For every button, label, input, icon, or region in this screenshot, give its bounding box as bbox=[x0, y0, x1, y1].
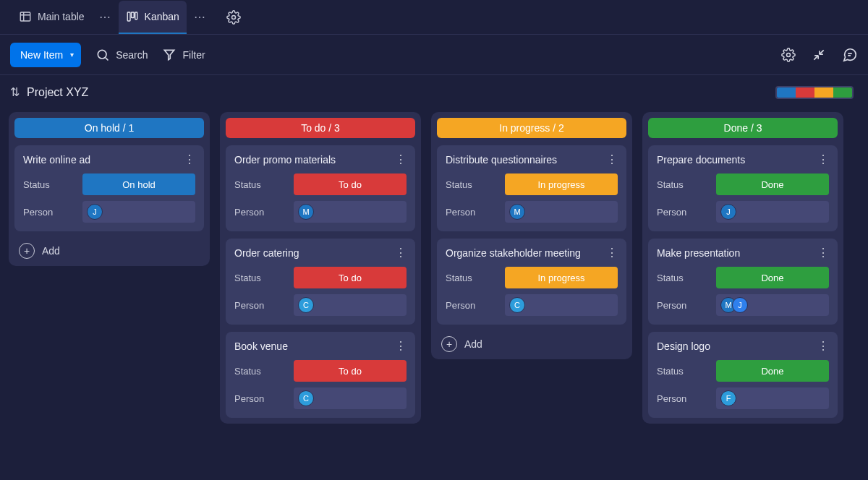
person-label: Person bbox=[446, 207, 498, 218]
person-label: Person bbox=[234, 207, 286, 218]
card-menu-button[interactable]: ⋮ bbox=[395, 153, 407, 166]
kanban-card[interactable]: Organize stakeholder meeting⋮StatusIn pr… bbox=[437, 239, 626, 325]
kanban-card[interactable]: Prepare documents⋮StatusDonePersonJ bbox=[648, 145, 838, 231]
tab-main-table-menu[interactable]: ⋯ bbox=[95, 10, 116, 24]
status-value[interactable]: To do bbox=[294, 360, 407, 382]
tab-kanban[interactable]: Kanban bbox=[119, 1, 187, 34]
search-button[interactable]: Search bbox=[95, 48, 148, 62]
search-icon bbox=[95, 48, 110, 62]
column-header[interactable]: To do / 3 bbox=[226, 118, 415, 138]
card-menu-button[interactable]: ⋮ bbox=[817, 153, 829, 166]
kanban-card[interactable]: Make presentation⋮StatusDonePersonMJ bbox=[648, 239, 838, 325]
card-menu-button[interactable]: ⋮ bbox=[184, 153, 195, 166]
person-value[interactable]: C bbox=[294, 294, 407, 316]
add-card-button[interactable]: +Add bbox=[437, 332, 626, 353]
person-value[interactable]: M bbox=[294, 201, 407, 223]
person-value[interactable]: F bbox=[716, 387, 829, 409]
filter-button[interactable]: Filter bbox=[162, 48, 205, 62]
kanban-column[interactable]: To do / 3Order promo materials⋮StatusTo … bbox=[220, 112, 421, 424]
avatar[interactable]: C bbox=[298, 297, 314, 313]
status-label: Status bbox=[657, 366, 709, 377]
avatar[interactable]: C bbox=[509, 297, 525, 313]
group-header: ⇅ Project XYZ bbox=[0, 75, 868, 106]
avatar[interactable]: J bbox=[732, 297, 748, 313]
drag-handle-icon[interactable]: ⇅ bbox=[10, 85, 20, 99]
card-title[interactable]: Write online ad bbox=[23, 154, 90, 166]
views-settings-button[interactable] bbox=[226, 10, 241, 25]
column-header[interactable]: On hold / 1 bbox=[14, 118, 204, 138]
collapse-button[interactable] bbox=[812, 48, 826, 62]
card-menu-button[interactable]: ⋮ bbox=[395, 339, 407, 353]
tab-label: Main table bbox=[38, 11, 85, 22]
avatar[interactable]: J bbox=[720, 204, 736, 220]
kanban-column[interactable]: Done / 3Prepare documents⋮StatusDonePers… bbox=[642, 112, 843, 424]
card-menu-button[interactable]: ⋮ bbox=[817, 339, 829, 353]
person-value[interactable]: M bbox=[505, 201, 618, 223]
person-value[interactable]: J bbox=[716, 201, 829, 223]
svg-rect-3 bbox=[135, 12, 137, 20]
kanban-card[interactable]: Design logo⋮StatusDonePersonF bbox=[648, 332, 838, 418]
group-title[interactable]: Project XYZ bbox=[27, 86, 88, 99]
person-value[interactable]: C bbox=[505, 294, 618, 316]
kanban-card[interactable]: Write online ad⋮StatusOn holdPersonJ bbox=[14, 145, 204, 231]
status-value[interactable]: On hold bbox=[82, 173, 195, 195]
activity-button[interactable] bbox=[842, 47, 858, 63]
person-value[interactable]: MJ bbox=[716, 294, 829, 316]
toolbar-right-actions bbox=[781, 47, 858, 63]
status-value[interactable]: In progress bbox=[505, 267, 618, 288]
svg-rect-0 bbox=[20, 12, 30, 21]
status-value[interactable]: To do bbox=[294, 267, 407, 288]
status-color-legend[interactable] bbox=[775, 86, 854, 99]
card-title[interactable]: Order promo materials bbox=[234, 154, 336, 166]
avatar[interactable]: M bbox=[509, 204, 525, 220]
avatar[interactable]: M bbox=[298, 204, 314, 220]
kanban-card[interactable]: Order promo materials⋮StatusTo doPersonM bbox=[226, 145, 415, 231]
add-card-button[interactable]: +Add bbox=[14, 239, 204, 260]
kanban-card[interactable]: Distribute questionnaires⋮StatusIn progr… bbox=[437, 145, 626, 231]
card-title[interactable]: Order catering bbox=[234, 247, 299, 259]
avatar[interactable]: F bbox=[720, 390, 736, 406]
card-menu-button[interactable]: ⋮ bbox=[395, 246, 407, 260]
avatar[interactable]: C bbox=[298, 390, 314, 406]
card-menu-button[interactable]: ⋮ bbox=[606, 246, 618, 260]
person-label: Person bbox=[657, 393, 709, 404]
status-label: Status bbox=[23, 179, 75, 190]
kanban-column[interactable]: On hold / 1Write online ad⋮StatusOn hold… bbox=[9, 112, 210, 266]
card-title[interactable]: Book venue bbox=[234, 340, 288, 352]
person-value[interactable]: C bbox=[294, 387, 407, 409]
kanban-card[interactable]: Order catering⋮StatusTo doPersonC bbox=[226, 239, 415, 325]
status-value[interactable]: Done bbox=[716, 173, 829, 195]
board-settings-button[interactable] bbox=[781, 48, 796, 62]
board-toolbar: New Item ▾ Search Filter bbox=[0, 35, 868, 75]
card-menu-button[interactable]: ⋮ bbox=[817, 246, 829, 260]
chevron-down-icon: ▾ bbox=[70, 51, 74, 59]
new-item-button[interactable]: New Item ▾ bbox=[10, 43, 81, 67]
column-header[interactable]: In progress / 2 bbox=[437, 118, 626, 138]
status-value[interactable]: In progress bbox=[505, 173, 618, 195]
search-label: Search bbox=[116, 49, 148, 61]
person-value[interactable]: J bbox=[82, 201, 195, 223]
avatar[interactable]: J bbox=[87, 204, 103, 220]
status-label: Status bbox=[657, 179, 709, 190]
kanban-icon bbox=[126, 10, 139, 23]
svg-point-4 bbox=[231, 15, 235, 19]
legend-on-hold bbox=[777, 87, 796, 98]
person-label: Person bbox=[446, 300, 498, 311]
card-title[interactable]: Organize stakeholder meeting bbox=[446, 247, 581, 259]
legend-to-do bbox=[796, 87, 814, 98]
status-value[interactable]: Done bbox=[716, 360, 829, 382]
column-header[interactable]: Done / 3 bbox=[648, 118, 838, 138]
card-title[interactable]: Make presentation bbox=[657, 247, 740, 259]
status-label: Status bbox=[446, 179, 498, 190]
card-title[interactable]: Design logo bbox=[657, 340, 710, 352]
status-value[interactable]: To do bbox=[294, 173, 407, 195]
card-menu-button[interactable]: ⋮ bbox=[606, 153, 618, 166]
card-title[interactable]: Distribute questionnaires bbox=[446, 154, 557, 166]
kanban-column[interactable]: In progress / 2Distribute questionnaires… bbox=[431, 112, 632, 359]
card-title[interactable]: Prepare documents bbox=[657, 154, 745, 166]
tab-main-table[interactable]: Main table bbox=[12, 1, 92, 34]
kanban-card[interactable]: Book venue⋮StatusTo doPersonC bbox=[226, 332, 415, 418]
tab-kanban-menu[interactable]: ⋯ bbox=[190, 10, 210, 24]
status-value[interactable]: Done bbox=[716, 267, 829, 288]
svg-rect-2 bbox=[131, 12, 134, 18]
